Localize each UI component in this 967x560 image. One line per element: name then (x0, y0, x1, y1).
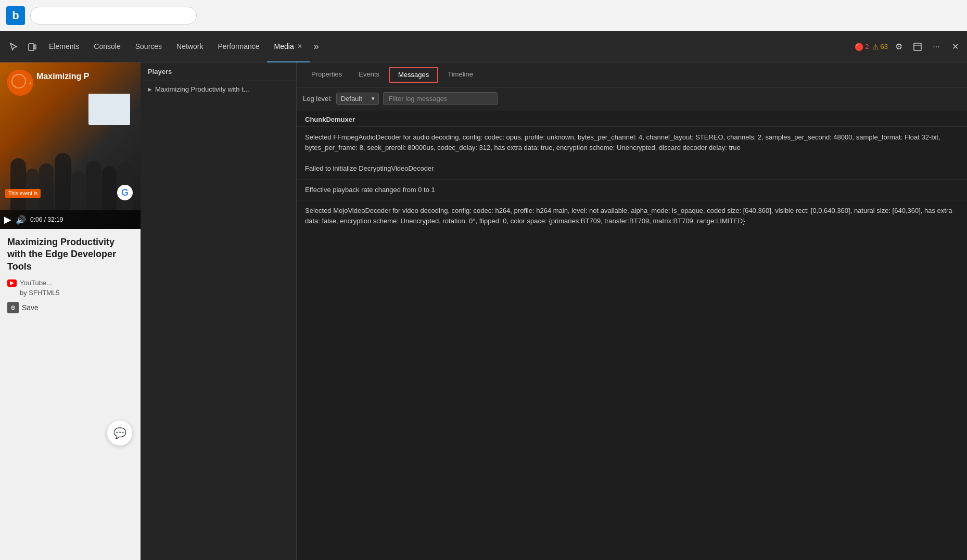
video-title: Maximizing Productivity with the Edge De… (7, 236, 133, 273)
message-row-video: Selected MojoVideoDecoder for video deco… (297, 200, 967, 231)
warning-count-badge[interactable]: ⚠ 63 (872, 43, 888, 51)
tab-network[interactable]: Network (169, 31, 210, 62)
presentation-screen (88, 94, 130, 125)
browser-bar: b (0, 0, 967, 31)
expand-icon: ▶ (148, 86, 152, 92)
close-devtools-button[interactable]: ✕ (947, 39, 963, 55)
video-player[interactable]: HTML5 Maximizing P (0, 62, 141, 229)
chunk-demuxer-header: ChunkDemuxer (297, 110, 967, 127)
close-tab-icon[interactable]: ✕ (297, 43, 302, 50)
sub-tabbar: Properties Events Messages Timeline (297, 62, 967, 87)
svg-rect-2 (914, 43, 921, 50)
video-info-panel: Maximizing Productivity with the Edge De… (0, 229, 141, 560)
messages-area: ChunkDemuxer Selected FFmpegAudioDecoder… (297, 110, 967, 560)
error-count-badge[interactable]: 🔴 2 (855, 43, 869, 51)
players-panel: Players ▶ Maximizing Productivity with t… (141, 62, 297, 560)
log-level-wrapper: Default Verbose Info Warning Error ▼ (336, 93, 379, 105)
google-logo: G (117, 185, 133, 200)
settings-icon[interactable]: ⚙ (891, 39, 907, 55)
tab-console[interactable]: Console (86, 31, 128, 62)
tab-performance[interactable]: Performance (210, 31, 266, 62)
filter-bar: Log level: Default Verbose Info Warning … (297, 87, 967, 110)
browser-content-panel: HTML5 Maximizing P (0, 62, 141, 560)
save-icon: ⊕ (7, 302, 19, 313)
play-button[interactable]: ▶ (4, 214, 11, 225)
more-tabs-button[interactable]: » (310, 31, 323, 62)
log-level-label: Log level: (303, 95, 332, 103)
event-badge: This event is (5, 189, 41, 198)
main-area: HTML5 Maximizing P (0, 62, 967, 560)
devtools-panel: Elements Console Sources Network Perform… (0, 31, 967, 560)
sub-tab-properties[interactable]: Properties (303, 62, 350, 87)
filter-input[interactable] (383, 92, 498, 105)
warning-icon: ⚠ (872, 43, 879, 51)
svg-rect-1 (34, 45, 36, 49)
player-item[interactable]: ▶ Maximizing Productivity with t... (141, 81, 296, 97)
video-title-short: Maximizing P (36, 72, 89, 81)
video-source: YouTube... (7, 279, 133, 287)
players-header: Players (141, 62, 296, 81)
save-button[interactable]: ⊕ Save (7, 302, 133, 313)
more-options-icon[interactable]: ··· (928, 39, 944, 55)
time-display: 0:06 / 32:19 (30, 216, 63, 223)
tab-media[interactable]: Media ✕ (267, 31, 310, 62)
devtools-tabbar: Elements Console Sources Network Perform… (0, 31, 967, 62)
device-tool-icon[interactable] (23, 37, 42, 56)
message-row-audio: Selected FFmpegAudioDecoder for audio de… (297, 127, 967, 158)
youtube-icon (7, 279, 17, 287)
tab-elements[interactable]: Elements (42, 31, 86, 62)
message-row-decrypt-fail: Failed to initialize DecryptingVideoDeco… (297, 158, 967, 180)
svg-rect-0 (29, 44, 34, 50)
video-author: by SFHTML5 (7, 289, 133, 297)
sub-tab-messages[interactable]: Messages (389, 67, 438, 83)
video-thumbnail: HTML5 Maximizing P (0, 62, 141, 229)
devtools-right-controls: 🔴 2 ⚠ 63 ⚙ ··· ✕ (855, 39, 963, 55)
volume-button[interactable]: 🔊 (16, 215, 26, 225)
address-bar[interactable] (30, 7, 197, 24)
dock-icon[interactable] (910, 39, 925, 55)
sub-tab-events[interactable]: Events (350, 62, 388, 87)
message-row-playback-rate: Effective playback rate changed from 0 t… (297, 180, 967, 201)
sub-tab-timeline[interactable]: Timeline (439, 62, 481, 87)
cursor-tool-icon[interactable] (4, 37, 23, 56)
tab-sources[interactable]: Sources (128, 31, 169, 62)
bing-logo[interactable]: b (6, 6, 25, 25)
devtools-content-panel: Properties Events Messages Timeline Log … (297, 62, 967, 560)
error-icon: 🔴 (855, 43, 863, 51)
chat-fab-button[interactable]: 💬 (107, 421, 132, 446)
video-controls-bar: ▶ 🔊 0:06 / 32:19 (0, 210, 141, 229)
log-level-select[interactable]: Default Verbose Info Warning Error (336, 93, 379, 105)
